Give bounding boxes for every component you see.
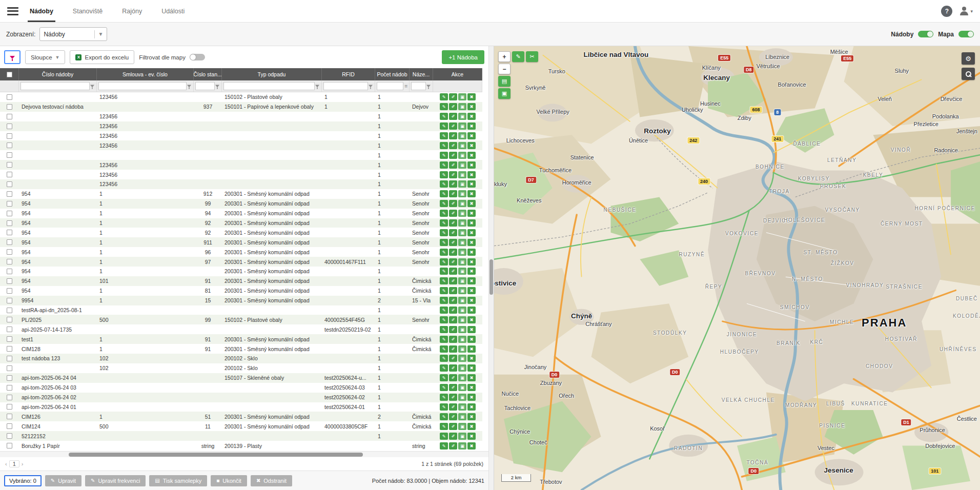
edit-dialog-button[interactable]: ✐ [449, 93, 457, 100]
prev-page-button[interactable]: ‹ [5, 461, 7, 467]
duplicate-button[interactable]: ▣ [458, 122, 466, 130]
delete-button[interactable]: ✖ [467, 442, 476, 450]
edit-dialog-button[interactable]: ✐ [449, 374, 457, 381]
column-header-smlouva[interactable]: Smlouva - ev. číslo [97, 68, 194, 80]
table-row[interactable]: 123456150102 - Plastové obaly11✎✐▣✖ [0, 92, 482, 102]
duplicate-button[interactable]: ▣ [458, 277, 466, 284]
duplicate-button[interactable]: ▣ [458, 200, 466, 207]
edit-button[interactable]: ✎ [440, 423, 448, 430]
edit-button[interactable]: ✎ [440, 161, 448, 169]
delete-button[interactable]: ✖ [467, 364, 476, 372]
ukoncit-button[interactable]: ■Ukončit [211, 475, 247, 486]
duplicate-button[interactable]: ▣ [458, 423, 466, 430]
table-row[interactable]: 9541200301 - Směsný komunální odpad1✎✐▣✖ [0, 267, 482, 276]
edit-dialog-button[interactable]: ✐ [449, 132, 457, 139]
filter-icon[interactable] [215, 85, 219, 88]
delete-button[interactable]: ✖ [467, 297, 476, 304]
table-row[interactable]: 954197200301 - Směsný komunální odpad400… [0, 257, 482, 267]
duplicate-button[interactable]: ▣ [458, 219, 466, 227]
edit-button[interactable]: ✎ [440, 374, 448, 381]
table-row[interactable]: 9541911200301 - Směsný komunální odpad1S… [0, 237, 482, 247]
row-checkbox[interactable] [7, 414, 12, 419]
edit-dialog-button[interactable]: ✐ [449, 297, 457, 304]
duplicate-button[interactable]: ▣ [458, 394, 466, 401]
upravit-frekvenci-button[interactable]: ✎Upravit frekvenci [85, 475, 146, 486]
delete-button[interactable]: ✖ [467, 336, 476, 343]
table-row[interactable]: 954181200301 - Směsný komunální odpad1Či… [0, 286, 482, 296]
edit-button[interactable]: ✎ [440, 152, 448, 159]
delete-button[interactable]: ✖ [467, 326, 476, 333]
row-checkbox[interactable] [7, 239, 12, 245]
delete-button[interactable]: ✖ [467, 210, 476, 217]
delete-button[interactable]: ✖ [467, 345, 476, 353]
delete-button[interactable]: ✖ [467, 200, 476, 207]
duplicate-button[interactable]: ▣ [458, 442, 466, 450]
delete-button[interactable]: ✖ [467, 249, 476, 256]
row-checkbox[interactable] [7, 133, 12, 139]
table-row[interactable]: test nádoba 123102200102 - Sklo1✎✐▣✖ [0, 354, 482, 363]
row-checkbox[interactable] [7, 162, 12, 168]
table-row[interactable]: api-2025-07-14-1735testdn20250219-021✎✐▣… [0, 324, 482, 334]
scrollbar-thumb[interactable] [69, 453, 363, 457]
edit-dialog-button[interactable]: ✐ [449, 364, 457, 372]
row-checkbox[interactable] [7, 433, 12, 439]
edit-button[interactable]: ✎ [440, 287, 448, 294]
delete-button[interactable]: ✖ [467, 316, 476, 323]
duplicate-button[interactable]: ▣ [458, 190, 466, 197]
row-checkbox[interactable] [7, 365, 12, 371]
delete-button[interactable]: ✖ [467, 423, 476, 430]
edit-dialog-button[interactable]: ✐ [449, 171, 457, 178]
duplicate-button[interactable]: ▣ [458, 268, 466, 275]
map-settings-button[interactable]: ⚙ [962, 52, 975, 65]
delete-button[interactable]: ✖ [467, 413, 476, 420]
edit-button[interactable]: ✎ [440, 258, 448, 266]
tab-stanoviste[interactable]: Stanoviště [73, 0, 103, 22]
map-panel[interactable]: PRAHALibčice nad VltavouRoztokyKlecanyJe… [494, 46, 980, 490]
edit-button[interactable]: ✎ [440, 122, 448, 130]
row-checkbox[interactable] [7, 385, 12, 391]
zoom-in-button[interactable]: + [498, 51, 511, 62]
edit-button[interactable]: ✎ [440, 403, 448, 411]
duplicate-button[interactable]: ▣ [458, 433, 466, 440]
edit-dialog-button[interactable]: ✐ [449, 433, 457, 440]
table-row[interactable]: 9541912200301 - Směsný komunální odpad1S… [0, 189, 482, 199]
table-row[interactable]: PL/202550099150102 - Plastové obaly40000… [0, 315, 482, 324]
edit-dialog-button[interactable]: ✐ [449, 190, 457, 197]
edit-button[interactable]: ✎ [440, 442, 448, 450]
duplicate-button[interactable]: ▣ [458, 161, 466, 169]
row-checkbox[interactable] [7, 346, 12, 352]
table-row[interactable]: Boružky 1 Papírstring200139 - Plastystri… [0, 441, 482, 451]
row-checkbox[interactable] [7, 114, 12, 119]
tab-nadoby[interactable]: Nádoby [30, 0, 53, 22]
edit-button[interactable]: ✎ [440, 132, 448, 139]
row-checkbox[interactable] [7, 211, 12, 216]
delete-button[interactable]: ✖ [467, 355, 476, 362]
filter-button[interactable] [4, 50, 21, 64]
duplicate-button[interactable]: ▣ [458, 152, 466, 159]
edit-button[interactable]: ✎ [440, 307, 448, 314]
edit-dialog-button[interactable]: ✐ [449, 113, 457, 120]
edit-button[interactable]: ✎ [440, 229, 448, 236]
edit-button[interactable]: ✎ [440, 103, 448, 110]
duplicate-button[interactable]: ▣ [458, 297, 466, 304]
edit-dialog-button[interactable]: ✐ [449, 355, 457, 362]
edit-dialog-button[interactable]: ✐ [449, 394, 457, 401]
edit-button[interactable]: ✎ [440, 413, 448, 420]
table-row[interactable]: 1234561✎✐▣✖ [0, 170, 482, 179]
row-checkbox[interactable] [7, 395, 12, 400]
delete-button[interactable]: ✖ [467, 258, 476, 266]
delete-button[interactable]: ✖ [467, 268, 476, 275]
row-checkbox[interactable] [7, 220, 12, 226]
edit-button[interactable]: ✎ [440, 326, 448, 333]
print-map-button[interactable]: ▤ [498, 76, 511, 87]
row-checkbox[interactable] [7, 124, 12, 129]
edit-dialog-button[interactable]: ✐ [449, 326, 457, 333]
edit-dialog-button[interactable]: ✐ [449, 423, 457, 430]
filter-input-typ-odpadu[interactable] [223, 82, 315, 90]
edit-button[interactable]: ✎ [440, 433, 448, 440]
duplicate-button[interactable]: ▣ [458, 239, 466, 246]
edit-dialog-button[interactable]: ✐ [449, 122, 457, 130]
duplicate-button[interactable]: ▣ [458, 132, 466, 139]
edit-dialog-button[interactable]: ✐ [449, 413, 457, 420]
edit-dialog-button[interactable]: ✐ [449, 403, 457, 411]
